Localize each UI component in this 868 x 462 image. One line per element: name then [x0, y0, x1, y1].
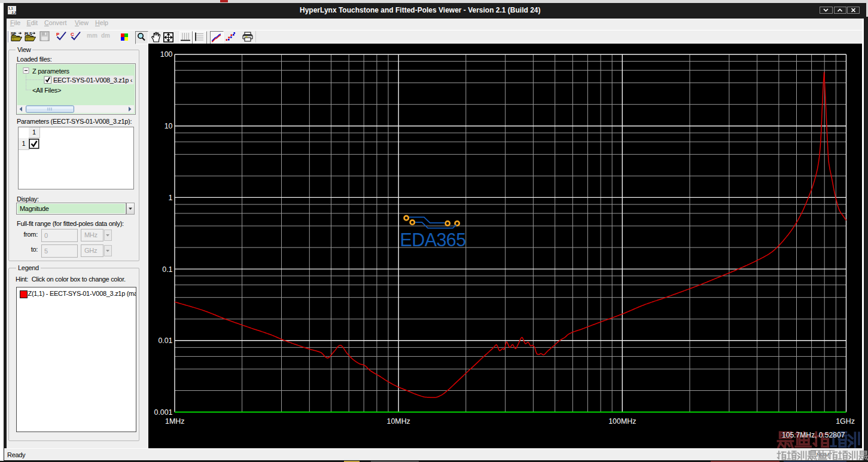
svg-text:100: 100 — [160, 50, 172, 59]
svg-text:1: 1 — [168, 193, 172, 201]
svg-text:0.001: 0.001 — [154, 408, 172, 416]
svg-text:0.1: 0.1 — [162, 265, 172, 273]
svg-text:PLS: PLS — [25, 32, 32, 36]
svg-text:1GHz: 1GHz — [836, 417, 855, 425]
svg-text:Z parameters: Z parameters — [32, 68, 70, 75]
svg-text:EDA365: EDA365 — [400, 230, 465, 250]
svg-text:EECT-SYS-01-V008_3.z1p ‹: EECT-SYS-01-V008_3.z1p ‹ — [53, 77, 133, 84]
svg-text:C: C — [71, 32, 74, 37]
svg-text:0.01: 0.01 — [158, 336, 172, 345]
svg-text:P: P — [56, 32, 60, 37]
svg-text:10: 10 — [164, 122, 172, 130]
svg-text:SP: SP — [11, 32, 16, 36]
svg-text:100MHz: 100MHz — [608, 417, 636, 425]
svg-text:1MHz: 1MHz — [165, 417, 184, 425]
svg-text:105.7MHz, 0.52807: 105.7MHz, 0.52807 — [781, 430, 845, 439]
svg-text:1,1: 1,1 — [8, 7, 13, 10]
svg-text:10MHz: 10MHz — [386, 417, 410, 425]
svg-text:<All Files>: <All Files> — [32, 87, 61, 94]
svg-text:2,2: 2,2 — [12, 11, 17, 14]
